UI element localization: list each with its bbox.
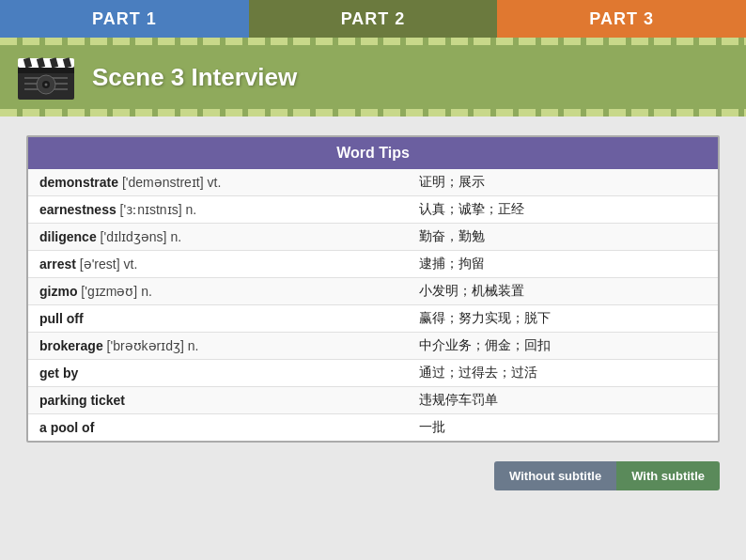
meaning-cell: 小发明；机械装置 — [408, 278, 718, 305]
word-tips-container: Word Tips demonstrate ['demənstreɪt] vt.… — [26, 135, 720, 443]
word-ipa: ['brəʊkərɪdʒ] n. — [103, 338, 199, 353]
word-ipa: ['gɪzməʊ] n. — [77, 284, 151, 299]
table-row: arrest [ə'rest] vt.逮捕；拘留 — [28, 251, 718, 278]
table-row: parking ticket违规停车罚单 — [28, 387, 718, 414]
word-cell: arrest [ə'rest] vt. — [28, 251, 408, 278]
word-ipa: ['ɜːnɪstnɪs] n. — [117, 202, 196, 217]
word-cell: parking ticket — [28, 387, 408, 414]
meaning-cell: 违规停车罚单 — [408, 387, 718, 414]
table-row: pull off赢得；努力实现；脱下 — [28, 305, 718, 333]
table-row: a pool of一批 — [28, 414, 718, 442]
word-term: get by — [39, 366, 78, 381]
meaning-cell: 中介业务；佣金；回扣 — [408, 333, 718, 360]
word-cell: demonstrate ['demənstreɪt] vt. — [28, 169, 408, 196]
table-row: brokerage ['brəʊkərɪdʒ] n.中介业务；佣金；回扣 — [28, 333, 718, 360]
meaning-cell: 赢得；努力实现；脱下 — [408, 305, 718, 333]
clapperboard-icon — [13, 49, 79, 105]
word-cell: diligence ['dɪlɪdʒəns] n. — [28, 224, 408, 251]
word-term: parking ticket — [39, 393, 125, 408]
table-row: gizmo ['gɪzməʊ] n.小发明；机械装置 — [28, 278, 718, 305]
tab-bar: PART 1 PART 2 PART 3 — [0, 0, 746, 38]
word-term: a pool of — [39, 420, 94, 435]
meaning-cell: 证明；展示 — [408, 169, 718, 196]
word-cell: brokerage ['brəʊkərɪdʒ] n. — [28, 333, 408, 360]
word-cell: earnestness ['ɜːnɪstnɪs] n. — [28, 196, 408, 224]
word-tips-header: Word Tips — [28, 137, 718, 169]
tab-part3[interactable]: PART 3 — [497, 0, 746, 38]
word-term: pull off — [39, 311, 84, 326]
word-cell: a pool of — [28, 414, 408, 442]
without-subtitle-button[interactable]: Without subtitle — [494, 461, 616, 490]
with-subtitle-button[interactable]: With subtitle — [616, 461, 720, 490]
word-cell: pull off — [28, 305, 408, 333]
tab-part1[interactable]: PART 1 — [0, 0, 249, 38]
word-term: brokerage — [39, 338, 103, 353]
meaning-cell: 通过；过得去；过活 — [408, 360, 718, 387]
word-cell: get by — [28, 360, 408, 387]
scene-title: Scene 3 Interview — [92, 55, 297, 100]
word-cell: gizmo ['gɪzməʊ] n. — [28, 278, 408, 305]
scene-header: Scene 3 Interview — [0, 38, 746, 117]
word-ipa: ['demənstreɪt] vt. — [118, 175, 221, 190]
meaning-cell: 勤奋，勤勉 — [408, 224, 718, 251]
table-row: diligence ['dɪlɪdʒəns] n.勤奋，勤勉 — [28, 224, 718, 251]
film-strip-top — [0, 38, 746, 45]
word-tips-table: demonstrate ['demənstreɪt] vt.证明；展示earne… — [28, 169, 718, 441]
word-term: gizmo — [39, 284, 77, 299]
word-term: earnestness — [39, 202, 117, 217]
svg-point-12 — [45, 84, 48, 86]
meaning-cell: 一批 — [408, 414, 718, 442]
table-row: get by通过；过得去；过活 — [28, 360, 718, 387]
word-ipa: ['dɪlɪdʒəns] n. — [97, 229, 181, 244]
word-term: diligence — [39, 229, 97, 244]
film-strip-bottom — [0, 109, 746, 117]
word-term: arrest — [39, 257, 76, 272]
meaning-cell: 逮捕；拘留 — [408, 251, 718, 278]
word-term: demonstrate — [39, 175, 118, 190]
word-ipa: [ə'rest] vt. — [76, 257, 137, 272]
bottom-bar: Without subtitle With subtitle — [0, 452, 746, 498]
table-row: earnestness ['ɜːnɪstnɪs] n.认真；诚挚；正经 — [28, 196, 718, 224]
table-row: demonstrate ['demənstreɪt] vt.证明；展示 — [28, 169, 718, 196]
main-content: Word Tips demonstrate ['demənstreɪt] vt.… — [0, 117, 746, 452]
meaning-cell: 认真；诚挚；正经 — [408, 196, 718, 224]
tab-part2[interactable]: PART 2 — [249, 0, 498, 38]
